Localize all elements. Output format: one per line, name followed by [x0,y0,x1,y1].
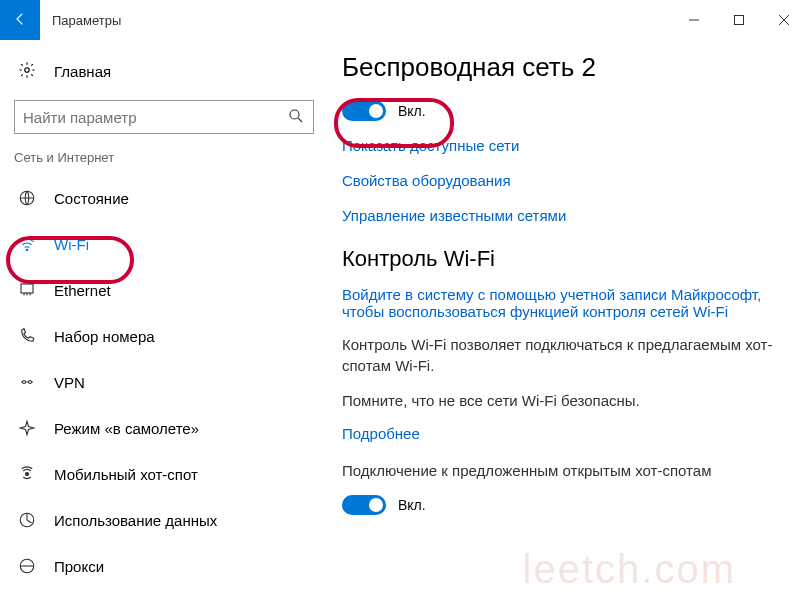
open-hotspot-toggle-row: Вкл. [342,495,776,515]
link-known-networks[interactable]: Управление известными сетями [342,207,776,224]
link-signin-ms[interactable]: Войдите в систему с помощью учетной запи… [342,286,776,320]
sidebar-item-label: Ethernet [54,282,111,299]
wifi-toggle-row: Вкл. [342,101,776,121]
wifi-icon [18,235,36,253]
back-button[interactable] [0,0,40,40]
arrow-left-icon [11,10,29,31]
hotspot-icon [18,465,36,483]
sidebar-item-label: VPN [54,374,85,391]
ethernet-icon [18,281,36,299]
sidebar-item-airplane[interactable]: Режим «в самолете» [0,405,328,451]
sidebar-home-label: Главная [54,63,111,80]
svg-point-8 [26,473,29,476]
maximize-button[interactable] [716,0,761,40]
sidebar-item-label: Мобильный хот-спот [54,466,198,483]
vpn-icon [18,373,36,391]
sidebar-item-label: Использование данных [54,512,217,529]
sidebar-item-ethernet[interactable]: Ethernet [0,267,328,313]
sidebar-item-label: Прокси [54,558,104,575]
sidebar-item-label: Набор номера [54,328,155,345]
sidebar-item-label: Wi-Fi [54,236,89,253]
svg-point-1 [25,67,30,72]
gear-icon [18,61,36,82]
sidebar-category: Сеть и Интернет [0,150,328,165]
sidebar-item-label: Состояние [54,190,129,207]
sidebar-item-data-usage[interactable]: Использование данных [0,497,328,543]
svg-point-4 [26,249,28,251]
svg-point-6 [23,381,26,384]
sidebar-item-status[interactable]: Состояние [0,175,328,221]
main-panel: Беспроводная сеть 2 Вкл. Показать доступ… [328,40,806,598]
sidebar: Главная Сеть и Интернет Состояние Wi-Fi … [0,40,328,598]
minimize-button[interactable] [671,0,716,40]
window-title: Параметры [52,13,671,28]
wifi-sense-desc2: Помните, что не все сети Wi-Fi безопасны… [342,390,776,411]
search-box[interactable] [14,100,314,134]
titlebar: Параметры [0,0,806,40]
open-hotspot-toggle[interactable] [342,495,386,515]
page-title: Беспроводная сеть 2 [342,52,776,83]
search-input[interactable] [23,109,287,126]
sidebar-item-vpn[interactable]: VPN [0,359,328,405]
link-hardware-props[interactable]: Свойства оборудования [342,172,776,189]
wifi-toggle[interactable] [342,101,386,121]
sidebar-item-label: Режим «в самолете» [54,420,199,437]
sidebar-item-proxy[interactable]: Прокси [0,543,328,589]
close-button[interactable] [761,0,806,40]
svg-point-7 [29,381,32,384]
search-icon [287,107,305,128]
svg-rect-5 [21,284,33,293]
phone-icon [18,327,36,345]
globe-icon [18,189,36,207]
svg-point-2 [290,110,299,119]
window-controls [671,0,806,40]
wifi-sense-desc1: Контроль Wi-Fi позволяет подключаться к … [342,334,776,376]
proxy-icon [18,557,36,575]
sidebar-item-dialup[interactable]: Набор номера [0,313,328,359]
svg-rect-0 [734,16,743,25]
wifi-toggle-label: Вкл. [398,103,426,119]
open-hotspot-toggle-label: Вкл. [398,497,426,513]
sidebar-item-wifi[interactable]: Wi-Fi [0,221,328,267]
sidebar-item-hotspot[interactable]: Мобильный хот-спот [0,451,328,497]
airplane-icon [18,419,36,437]
data-icon [18,511,36,529]
link-learn-more[interactable]: Подробнее [342,425,776,442]
open-hotspot-desc: Подключение к предложенным открытым хот-… [342,460,776,481]
sidebar-home[interactable]: Главная [0,50,328,92]
watermark: leetch.com [523,547,736,592]
link-show-networks[interactable]: Показать доступные сети [342,137,776,154]
section-title-wifi-sense: Контроль Wi-Fi [342,246,776,272]
